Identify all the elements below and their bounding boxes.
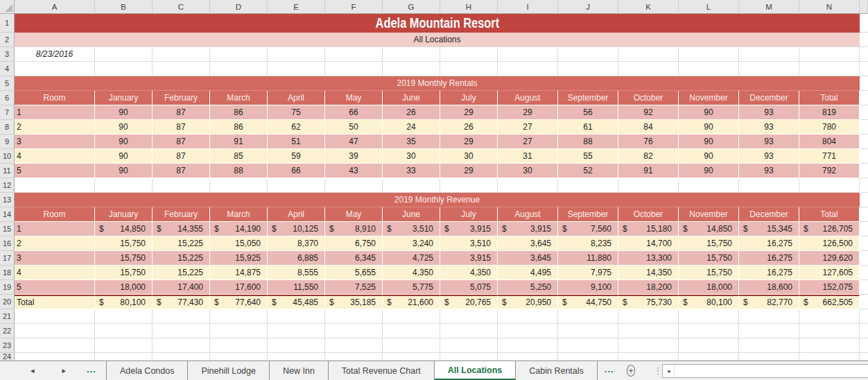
cell-I14-column-header[interactable]: August — [498, 207, 558, 222]
cell-M7[interactable]: 93 — [739, 105, 799, 120]
cell-N22[interactable] — [799, 324, 860, 338]
cell-M15[interactable]: $15,345 — [739, 222, 799, 236]
cell-E10[interactable]: 59 — [268, 149, 325, 164]
cell-B7[interactable]: 90 — [95, 105, 153, 120]
cell-B22[interactable] — [95, 324, 153, 338]
cell-M21[interactable] — [739, 309, 799, 324]
cell-D16[interactable]: 15,050 — [210, 236, 268, 251]
column-header-L[interactable]: L — [679, 0, 739, 13]
cell-partial-13[interactable] — [860, 193, 868, 207]
cell-D19[interactable]: 17,600 — [210, 280, 268, 295]
cell-D18[interactable]: 14,875 — [210, 266, 268, 280]
cell-D21[interactable] — [210, 309, 268, 324]
cell-K7[interactable]: 92 — [618, 105, 679, 120]
cell-L6-column-header[interactable]: November — [679, 91, 739, 105]
cell-J14-column-header[interactable]: September — [558, 207, 618, 222]
cell-E12[interactable] — [268, 178, 325, 193]
cell-K6-column-header[interactable]: October — [618, 91, 679, 105]
cell-C14-column-header[interactable]: February — [153, 207, 210, 222]
cell-J18[interactable]: 7,975 — [558, 266, 618, 280]
cell-F3[interactable] — [325, 47, 383, 62]
cell-N14-column-header[interactable]: Total — [799, 207, 860, 222]
sheet-tab-pinehill-lodge[interactable]: Pinehill Lodge — [188, 361, 270, 380]
cell-G23[interactable] — [383, 338, 440, 353]
cell-L12[interactable] — [679, 178, 739, 193]
cell-C9[interactable]: 87 — [153, 135, 210, 149]
cell-H4[interactable] — [440, 62, 498, 76]
cell-J9[interactable]: 88 — [558, 135, 618, 149]
row-header-7[interactable]: 7 — [0, 105, 15, 120]
cell-N15[interactable]: $126,705 — [799, 222, 860, 236]
cell-C19[interactable]: 17,400 — [153, 280, 210, 295]
sheet-tab-cabin-rentals[interactable]: Cabin Rentals — [516, 361, 598, 380]
cell-K9[interactable]: 76 — [618, 135, 679, 149]
cell-I22[interactable] — [498, 324, 558, 338]
cell-A22[interactable] — [15, 324, 95, 338]
cell-E11[interactable]: 66 — [268, 164, 325, 178]
cell-L9[interactable]: 90 — [679, 135, 739, 149]
row-header-1[interactable]: 1 — [0, 14, 15, 33]
cell-C22[interactable] — [153, 324, 210, 338]
cell-D20[interactable]: $77,640 — [210, 295, 268, 309]
sheet-tab-adela-condos[interactable]: Adela Condos — [106, 361, 189, 380]
cell-H6-column-header[interactable]: July — [440, 91, 498, 105]
cell-M4[interactable] — [739, 62, 799, 76]
cell-B4[interactable] — [95, 62, 153, 76]
cell-A13-table-title[interactable]: 2019 Monthly Revenue — [15, 193, 860, 207]
cell-E6-column-header[interactable]: April — [268, 91, 325, 105]
cell-K12[interactable] — [618, 178, 679, 193]
cell-partial-6[interactable] — [860, 91, 868, 105]
cell-partial-18[interactable] — [860, 266, 868, 280]
cell-L8[interactable]: 90 — [679, 120, 739, 135]
cell-C7[interactable]: 87 — [153, 105, 210, 120]
cell-F20[interactable]: $35,185 — [325, 295, 383, 309]
cell-I12[interactable] — [498, 178, 558, 193]
cell-J12[interactable] — [558, 178, 618, 193]
cell-H3[interactable] — [440, 47, 498, 62]
sheet-tab-new-inn[interactable]: New Inn — [270, 361, 329, 380]
cell-partial-8[interactable] — [860, 120, 868, 135]
cell-J6-column-header[interactable]: September — [558, 91, 618, 105]
cell-partial-3[interactable] — [860, 47, 868, 62]
cell-B24[interactable] — [95, 353, 153, 361]
cell-C21[interactable] — [153, 309, 210, 324]
cell-D24[interactable] — [210, 353, 268, 361]
cell-M8[interactable]: 93 — [739, 120, 799, 135]
cell-L3[interactable] — [679, 47, 739, 62]
cell-A24[interactable] — [15, 353, 95, 361]
cell-B3[interactable] — [95, 47, 153, 62]
cell-F15[interactable]: $8,910 — [325, 222, 383, 236]
cell-E7[interactable]: 75 — [268, 105, 325, 120]
cell-H16[interactable]: 3,510 — [440, 236, 498, 251]
cell-G3[interactable] — [383, 47, 440, 62]
cell-I24[interactable] — [498, 353, 558, 361]
cell-B8[interactable]: 90 — [95, 120, 153, 135]
row-header-11[interactable]: 11 — [0, 164, 15, 178]
cell-N18[interactable]: 127,605 — [799, 266, 860, 280]
cell-G18[interactable]: 4,350 — [383, 266, 440, 280]
cell-L15[interactable]: $14,850 — [679, 222, 739, 236]
cell-F16[interactable]: 6,750 — [325, 236, 383, 251]
cell-K8[interactable]: 84 — [618, 120, 679, 135]
cell-J4[interactable] — [558, 62, 618, 76]
cell-L11[interactable]: 90 — [679, 164, 739, 178]
cell-N16[interactable]: 126,500 — [799, 236, 860, 251]
cell-G19[interactable]: 5,775 — [383, 280, 440, 295]
cell-B11[interactable]: 90 — [95, 164, 153, 178]
cell-C12[interactable] — [153, 178, 210, 193]
column-header-G[interactable]: G — [383, 0, 440, 13]
cell-K15[interactable]: $15,180 — [618, 222, 679, 236]
cell-G15[interactable]: $3,510 — [383, 222, 440, 236]
cell-L24[interactable] — [679, 353, 739, 361]
cell-G6-column-header[interactable]: June — [383, 91, 440, 105]
cell-C17[interactable]: 15,225 — [153, 251, 210, 266]
cell-G21[interactable] — [383, 309, 440, 324]
cell-G17[interactable]: 4,725 — [383, 251, 440, 266]
cell-H23[interactable] — [440, 338, 498, 353]
cell-I8[interactable]: 27 — [498, 120, 558, 135]
cell-L21[interactable] — [679, 309, 739, 324]
cell-M19[interactable]: 18,600 — [739, 280, 799, 295]
cell-N7[interactable]: 819 — [799, 105, 860, 120]
tab-nav-right-button[interactable]: ▸ — [62, 367, 67, 374]
row-header-24[interactable]: 24 — [0, 353, 15, 361]
